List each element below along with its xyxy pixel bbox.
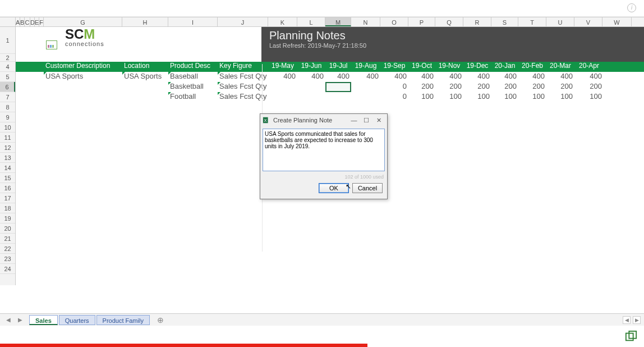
tab-scroll-controls[interactable]: ◀▶ bbox=[0, 317, 28, 323]
cell-value[interactable]: 200 bbox=[491, 82, 518, 92]
row-9[interactable]: 9 bbox=[0, 112, 15, 122]
cell-value[interactable]: 100 bbox=[491, 92, 518, 102]
row-4[interactable]: 4 bbox=[0, 62, 15, 72]
row-14[interactable]: 14 bbox=[0, 163, 15, 173]
cell-value[interactable]: 400 bbox=[297, 72, 325, 82]
minimize-button[interactable]: — bbox=[348, 117, 360, 124]
row-6[interactable]: 6 bbox=[0, 82, 15, 92]
chart-icon[interactable] bbox=[46, 40, 57, 49]
cell-value[interactable]: 400 bbox=[574, 72, 604, 82]
add-sheet-button[interactable]: ⊕ bbox=[154, 316, 167, 325]
progress-bar[interactable] bbox=[0, 344, 367, 347]
col-F[interactable]: F bbox=[39, 17, 44, 26]
col-B[interactable]: B bbox=[20, 17, 25, 26]
col-M[interactable]: M bbox=[325, 17, 351, 26]
col-U[interactable]: U bbox=[546, 17, 574, 26]
col-T[interactable]: T bbox=[518, 17, 546, 26]
cell-value[interactable]: 200 bbox=[518, 82, 546, 92]
select-all-corner[interactable] bbox=[0, 17, 16, 26]
cell-value[interactable]: 400 bbox=[491, 72, 518, 82]
col-L[interactable]: L bbox=[297, 17, 325, 26]
row-17[interactable]: 17 bbox=[0, 193, 15, 203]
hscroll-right-icon[interactable]: ▶ bbox=[633, 316, 641, 324]
cell-keyfigure[interactable]: Sales Fcst Qty bbox=[218, 72, 268, 82]
cell-product[interactable]: Football bbox=[168, 92, 218, 102]
row-23[interactable]: 23 bbox=[0, 254, 15, 264]
row-10[interactable]: 10 bbox=[0, 122, 15, 133]
cell-value[interactable]: 200 bbox=[574, 82, 604, 92]
cell-value[interactable]: 100 bbox=[463, 92, 491, 102]
row-21[interactable]: 21 bbox=[0, 234, 15, 244]
cell-value[interactable]: 100 bbox=[574, 92, 604, 102]
cell-value[interactable]: 400 bbox=[325, 72, 351, 82]
col-W[interactable]: W bbox=[602, 17, 632, 26]
addin-icon[interactable] bbox=[625, 330, 637, 343]
close-button[interactable]: ✕ bbox=[372, 117, 385, 124]
col-O[interactable]: O bbox=[380, 17, 408, 26]
row-24[interactable]: 24 bbox=[0, 264, 15, 274]
col-E[interactable]: E bbox=[35, 17, 39, 26]
row-7[interactable]: 7 bbox=[0, 92, 15, 102]
cell-value[interactable]: 400 bbox=[518, 72, 546, 82]
row-12[interactable]: 12 bbox=[0, 143, 15, 153]
cell-product[interactable]: Baseball bbox=[168, 72, 218, 82]
row-22[interactable]: 22 bbox=[0, 244, 15, 254]
cell-value[interactable]: 200 bbox=[408, 82, 435, 92]
col-A[interactable]: A bbox=[16, 17, 20, 26]
cell-value[interactable]: 400 bbox=[380, 72, 408, 82]
table-row[interactable]: USA Sports USA Sports Baseball Sales Fcs… bbox=[16, 72, 644, 82]
row-1[interactable]: 1 bbox=[0, 27, 15, 54]
col-C[interactable]: C bbox=[25, 17, 30, 26]
col-H[interactable]: H bbox=[122, 17, 168, 26]
col-V[interactable]: V bbox=[574, 17, 602, 26]
row-5[interactable]: 5 bbox=[0, 72, 15, 82]
col-N[interactable]: N bbox=[351, 17, 380, 26]
cell-keyfigure[interactable]: Sales Fcst Qty bbox=[218, 82, 268, 92]
row-2[interactable]: 2 bbox=[0, 54, 15, 62]
tab-quarters[interactable]: Quarters bbox=[59, 315, 95, 325]
row-8[interactable]: 8 bbox=[0, 102, 15, 112]
table-row[interactable]: Football Sales Fcst Qty 0 100 100 100 10… bbox=[16, 92, 644, 102]
info-icon[interactable]: i bbox=[627, 3, 636, 12]
cell-value[interactable]: 100 bbox=[408, 92, 435, 102]
row-15[interactable]: 15 bbox=[0, 173, 15, 183]
cell-customer[interactable]: USA Sports bbox=[44, 72, 122, 82]
cell-value[interactable]: 100 bbox=[435, 92, 463, 102]
tab-sales[interactable]: Sales bbox=[29, 315, 58, 325]
cell-value[interactable]: 100 bbox=[518, 92, 546, 102]
dialog-titlebar[interactable]: X Create Planning Note — ☐ ✕ bbox=[260, 114, 387, 126]
row-16[interactable]: 16 bbox=[0, 183, 15, 193]
cell-value[interactable]: 0 bbox=[380, 92, 408, 102]
cell-value[interactable]: 400 bbox=[351, 72, 380, 82]
col-K[interactable]: K bbox=[268, 17, 297, 26]
cell-value[interactable]: 400 bbox=[268, 72, 297, 82]
cell-value[interactable]: 400 bbox=[435, 72, 463, 82]
ok-button[interactable]: OK bbox=[319, 183, 349, 193]
cell-location[interactable]: USA Sports bbox=[122, 72, 168, 82]
cell-keyfigure[interactable]: Sales Fcst Qty bbox=[218, 92, 268, 102]
col-Q[interactable]: Q bbox=[435, 17, 463, 26]
col-R[interactable]: R bbox=[463, 17, 491, 26]
cell-value[interactable]: 400 bbox=[408, 72, 435, 82]
row-18[interactable]: 18 bbox=[0, 203, 15, 213]
tab-family[interactable]: Product Family bbox=[96, 315, 150, 325]
row-20[interactable]: 20 bbox=[0, 223, 15, 234]
col-S[interactable]: S bbox=[491, 17, 518, 26]
row-13[interactable]: 13 bbox=[0, 153, 15, 163]
row-19[interactable]: 19 bbox=[0, 213, 15, 223]
cell-value[interactable]: 100 bbox=[546, 92, 574, 102]
col-D[interactable]: D bbox=[30, 17, 35, 26]
cell-value[interactable]: 0 bbox=[380, 82, 408, 92]
cell-value[interactable]: 200 bbox=[546, 82, 574, 92]
col-G[interactable]: G bbox=[44, 17, 122, 26]
maximize-button[interactable]: ☐ bbox=[360, 117, 372, 124]
row-11[interactable]: 11 bbox=[0, 133, 15, 143]
cell-value[interactable]: 200 bbox=[435, 82, 463, 92]
cell-value[interactable]: 400 bbox=[463, 72, 491, 82]
col-I[interactable]: I bbox=[168, 17, 218, 26]
cell-value[interactable]: 200 bbox=[463, 82, 491, 92]
col-J[interactable]: J bbox=[218, 17, 268, 26]
note-textarea[interactable] bbox=[263, 129, 385, 171]
col-P[interactable]: P bbox=[408, 17, 435, 26]
cell-value[interactable]: 400 bbox=[546, 72, 574, 82]
